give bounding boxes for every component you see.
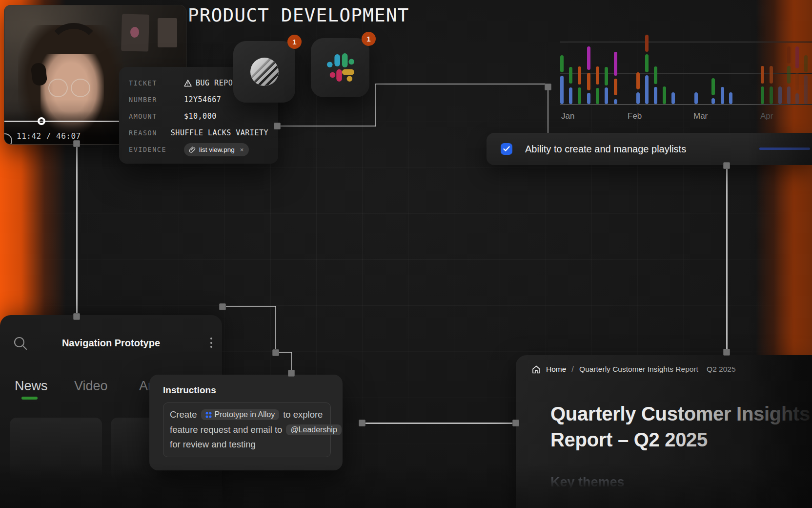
- connector-line: [548, 90, 548, 133]
- insights-report-card[interactable]: Home / Quarterly Customer Insights Repor…: [516, 355, 812, 508]
- video-timestamp: 11:42 / 46:07: [17, 131, 81, 141]
- chart-bar-segment: [795, 93, 799, 104]
- chart-bar-segment: [569, 67, 572, 84]
- instructions-text: for review and testing: [170, 439, 256, 450]
- ticket-field-label: AMOUNT: [129, 112, 184, 120]
- chart-bar-segment: [694, 92, 698, 104]
- chart-bar-segment: [787, 66, 791, 84]
- breadcrumb-separator: /: [571, 364, 574, 374]
- notification-badge: 1: [362, 32, 376, 46]
- ticket-field-label: REASON: [129, 129, 171, 137]
- chart-bar-segment: [645, 35, 649, 52]
- chart-bar-segment: [654, 87, 657, 104]
- chart-bar-segment: [614, 79, 617, 95]
- connector-handle[interactable]: [359, 420, 365, 426]
- ticket-field-value: $10,000: [184, 112, 217, 121]
- chart-bar-segment: [795, 46, 799, 68]
- chart-bar-segment: [560, 55, 564, 72]
- remove-attachment-icon[interactable]: ×: [240, 146, 244, 153]
- connector-handle[interactable]: [512, 420, 519, 426]
- breadcrumb: Home / Quarterly Customer Insights Repor…: [532, 364, 736, 374]
- ticket-row: REASON SHUFFLE LACKS VARIETY: [129, 125, 268, 141]
- connector-line: [280, 126, 376, 127]
- attachment-name: list view.png: [199, 146, 235, 153]
- connector-line: [76, 147, 78, 314]
- chart-bar-segment: [578, 87, 581, 104]
- ticket-row: EVIDENCE list view.png ×: [129, 141, 268, 158]
- glasses: [48, 79, 68, 97]
- chart-bar-segment: [587, 93, 590, 104]
- breadcrumb-home[interactable]: Home: [546, 365, 566, 374]
- connector-handle[interactable]: [545, 84, 551, 90]
- ticket-field-value: 12Y54667: [184, 95, 221, 104]
- chart-bar-segment: [721, 87, 724, 104]
- home-icon[interactable]: [532, 365, 541, 374]
- connector-handle[interactable]: [73, 140, 80, 147]
- prototype-title: Navigation Prototype: [0, 338, 222, 349]
- chart-bar-segment: [645, 54, 649, 72]
- chart-bar-segment: [654, 66, 657, 84]
- mention-chip[interactable]: @Leadership: [286, 424, 341, 435]
- connector-line: [375, 84, 376, 127]
- content-placeholder-tile: [10, 418, 102, 480]
- chart-bar-segment: [587, 46, 590, 70]
- ticket-field-value: SHUFFLE LACKS VARIETY: [171, 128, 268, 137]
- check-icon: [503, 146, 510, 152]
- connector-handle[interactable]: [274, 123, 281, 129]
- progress-slider[interactable]: [759, 148, 810, 150]
- app-chip-label: Prototype in Alloy: [215, 410, 275, 419]
- instructions-card[interactable]: Instructions Create Prototype in Alloy t…: [149, 375, 343, 470]
- chart-bar-segment: [761, 86, 764, 104]
- slack-logo-icon: [326, 53, 354, 82]
- alloy-app-icon: [205, 412, 212, 418]
- checkbox-checked[interactable]: [501, 143, 512, 155]
- connector-line: [726, 169, 728, 349]
- chart-bar-segment: [636, 92, 640, 104]
- chart-bar-segment: [711, 78, 715, 95]
- chart-bar-segment: [711, 98, 715, 104]
- connector-handle[interactable]: [272, 349, 279, 356]
- chart-bar-segment: [636, 72, 640, 89]
- chart-bar-segment: [795, 73, 799, 90]
- connector-handle[interactable]: [219, 303, 226, 310]
- feature-request-card[interactable]: Ability to create and manage playlists: [487, 133, 812, 165]
- connector-line: [365, 423, 513, 424]
- ticket-field-label: EVIDENCE: [129, 146, 184, 153]
- chart-bar-segment: [587, 73, 590, 90]
- chart-bar-segment: [770, 86, 773, 104]
- connector-line: [375, 84, 549, 85]
- notification-badge: 1: [287, 35, 302, 49]
- chart-gridline: [560, 42, 812, 42]
- attachment-chip[interactable]: list view.png ×: [184, 143, 249, 156]
- ticket-row: AMOUNT $10,000: [129, 108, 268, 125]
- chart-x-tick: Feb: [628, 111, 642, 121]
- chart-bar-segment: [770, 66, 773, 84]
- chart-bar-segment: [578, 66, 581, 85]
- chart-x-tick: Mar: [693, 111, 708, 121]
- linear-logo-icon: [250, 58, 279, 86]
- ticket-field-label: NUMBER: [129, 96, 184, 104]
- tab-video[interactable]: Video: [74, 379, 108, 394]
- video-progress-knob[interactable]: [38, 117, 45, 125]
- chart-bar-segment: [605, 67, 608, 85]
- connector-line: [224, 306, 276, 307]
- app-chip[interactable]: Prototype in Alloy: [201, 409, 280, 420]
- connector-handle[interactable]: [723, 162, 730, 169]
- chart-bar-segment: [645, 75, 649, 104]
- linear-app-tile[interactable]: 1: [233, 41, 295, 103]
- chart-bar-segment: [605, 87, 608, 104]
- chart-bar-segment: [614, 99, 617, 104]
- connector-handle[interactable]: [723, 349, 730, 356]
- slack-app-tile[interactable]: 1: [311, 38, 369, 97]
- mention-chip-label: @Leadership: [290, 425, 337, 434]
- kebab-menu-icon[interactable]: [208, 338, 215, 348]
- connector-handle[interactable]: [73, 313, 80, 320]
- wall-poster: [121, 14, 149, 51]
- wall-poster: [158, 18, 177, 47]
- chart-bar-segment: [804, 55, 808, 72]
- connector-handle[interactable]: [288, 370, 295, 377]
- tab-news[interactable]: News: [15, 379, 48, 394]
- chart-bar-segment: [729, 92, 732, 104]
- chart-bar-segment: [671, 92, 675, 104]
- chart-bar-segment: [761, 66, 764, 84]
